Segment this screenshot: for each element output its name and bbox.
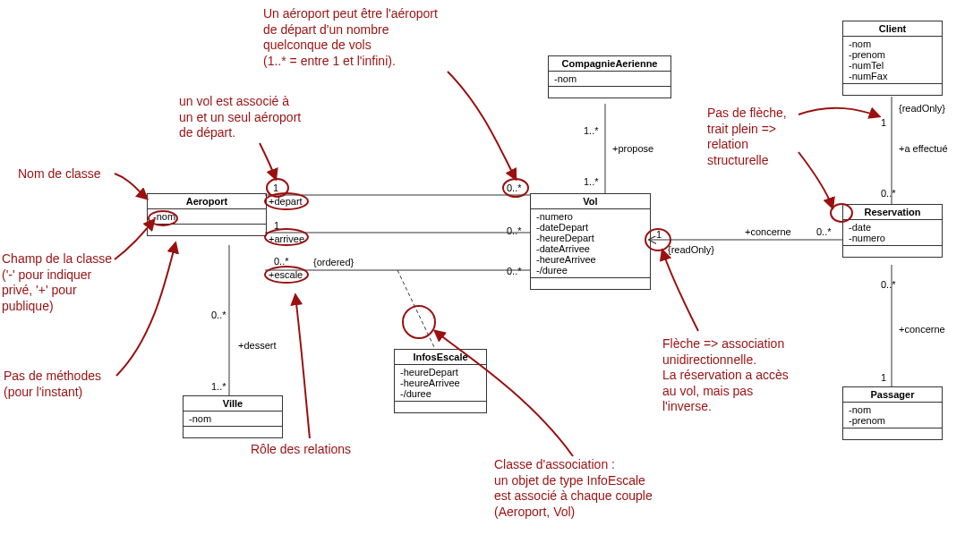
class-ops — [843, 84, 942, 95]
annot-a4: Champ de la classe ('-' pour indiquer pr… — [2, 251, 112, 314]
class-attrs: -nom — [184, 412, 282, 427]
class-passager: Passager -nom -prenom — [842, 386, 943, 440]
mult-depart-1: 1 — [274, 220, 279, 231]
svg-line-8 — [397, 270, 435, 349]
class-title: Reservation — [843, 205, 942, 220]
role-aeffectue: +a effectué — [899, 143, 948, 154]
class-attrs: -nom -prenom -numTel -numFax — [843, 37, 942, 84]
class-reservation: Reservation -date -numero — [842, 204, 943, 258]
attr: -nom — [554, 73, 665, 84]
class-title: Aeroport — [148, 194, 266, 209]
annot-a8: Flèche => association unidirectionnelle.… — [662, 336, 789, 415]
mult-vol-0s-3: 0..* — [507, 266, 522, 276]
class-title: Passager — [843, 387, 942, 403]
annot-a9: Pas de flèche, trait plein => relation s… — [707, 106, 787, 168]
class-vol: Vol -numero -dateDepart -heureDepart -da… — [530, 193, 651, 290]
class-attrs: -nom — [148, 209, 266, 225]
attr: -numFax — [849, 71, 936, 81]
mult-concerne2-0s: 0..* — [881, 279, 896, 290]
class-attrs: -heureDepart -heureArrivee -/duree — [395, 365, 486, 402]
class-ops — [843, 246, 942, 257]
mult-concerne-0s: 0..* — [816, 226, 832, 237]
attr: -dateArrivee — [536, 243, 645, 254]
mult-propose-1s: 1..* — [584, 125, 599, 136]
class-title: Vol — [531, 194, 650, 209]
role-dessert: +dessert — [238, 340, 277, 351]
annot-a6: Rôle des relations — [251, 442, 351, 458]
attr: -/duree — [400, 388, 481, 399]
role-concerne2: +concerne — [899, 324, 945, 335]
class-attrs: -numero -dateDepart -heureDepart -dateAr… — [531, 209, 650, 278]
readonly: {readOnly} — [668, 244, 714, 255]
class-ville: Ville -nom — [183, 395, 283, 438]
attr: -numTel — [849, 60, 936, 71]
mult-concerne2-1: 1 — [881, 372, 886, 383]
mult-depart-1-aero: 1 — [273, 182, 278, 193]
class-infosescale: InfosEscale -heureDepart -heureArrivee -… — [394, 349, 487, 413]
attr: -nom — [189, 413, 277, 424]
mult-dessert-0s: 0..* — [211, 310, 226, 320]
class-ops — [148, 225, 266, 235]
class-attrs: -nom -prenom — [843, 403, 942, 428]
class-ops — [549, 87, 670, 98]
attr: -numero — [849, 233, 936, 243]
attr: -nom — [849, 404, 936, 415]
mult-concerne-1: 1 — [656, 229, 662, 240]
class-aeroport: Aeroport -nom — [147, 193, 267, 236]
attr: -heureDepart — [400, 367, 481, 378]
mult-escale-0s: 0..* — [274, 256, 289, 267]
attr: -heureArrivee — [536, 254, 645, 265]
class-ops — [843, 428, 942, 439]
mult-vol-0s-2: 0..* — [507, 225, 522, 236]
attr: -heureArrivee — [400, 378, 481, 388]
role-depart: +depart — [269, 196, 303, 207]
mult-aeffectue-1: 1 — [881, 117, 886, 128]
annot-a7: Classe d'association : un objet de type … — [494, 457, 653, 520]
mult-aeffectue-0s: 0..* — [881, 188, 896, 199]
annot-a5: Pas de méthodes (pour l'instant) — [4, 369, 101, 400]
attr: -numero — [536, 211, 645, 222]
attr: -nom — [153, 211, 260, 222]
class-ops — [395, 402, 486, 412]
attr: -dateDepart — [536, 222, 645, 233]
role-escale: +escale — [269, 269, 303, 280]
class-title: Client — [843, 21, 942, 37]
class-compagnie: CompagnieAerienne -nom — [548, 55, 671, 98]
class-ops — [531, 278, 650, 289]
class-title: InfosEscale — [395, 350, 486, 365]
attr: -/duree — [536, 265, 645, 276]
attr: -prenom — [849, 415, 936, 426]
class-client: Client -nom -prenom -numTel -numFax — [842, 21, 943, 96]
role-arrivee: +arrivee — [269, 233, 304, 244]
annot-a3: Nom de classe — [18, 166, 101, 182]
attr: -heureDepart — [536, 233, 645, 243]
role-propose: +propose — [612, 143, 653, 154]
class-ops — [184, 427, 282, 437]
ordered: {ordered} — [313, 257, 354, 267]
overlay-svg — [0, 0, 965, 560]
annot-a1: Un aéroport peut être l'aéroport de dépa… — [263, 6, 438, 69]
mult-vol-0s-1: 0..* — [507, 182, 522, 193]
class-attrs: -date -numero — [843, 220, 942, 246]
mult-propose-1s-bottom: 1..* — [584, 176, 599, 187]
readonly2: {readOnly} — [899, 103, 945, 114]
attr: -nom — [849, 38, 936, 49]
svg-point-14 — [403, 306, 435, 338]
role-concerne: +concerne — [745, 226, 791, 237]
mult-dessert-1s: 1..* — [211, 381, 226, 392]
annot-a2: un vol est associé à un et un seul aérop… — [179, 94, 301, 141]
attr: -date — [849, 222, 936, 233]
class-title: CompagnieAerienne — [549, 56, 670, 72]
attr: -prenom — [849, 49, 936, 60]
class-title: Ville — [184, 396, 282, 412]
class-attrs: -nom — [549, 72, 670, 87]
